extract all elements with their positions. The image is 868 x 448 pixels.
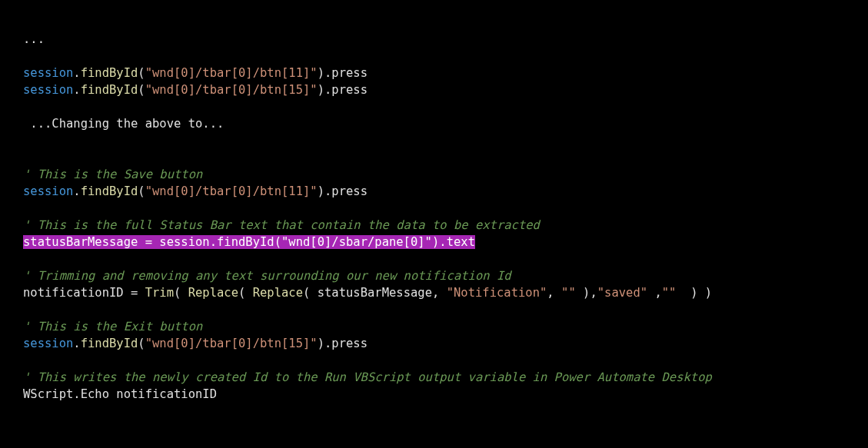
tok-session: session bbox=[159, 235, 209, 249]
tok-rparen: ) bbox=[318, 83, 324, 97]
tok-comma: , bbox=[432, 286, 439, 300]
tok-session: session bbox=[23, 337, 73, 350]
tok-dot: . bbox=[73, 66, 80, 80]
code-line: ' This writes the newly created Id to th… bbox=[23, 370, 712, 384]
code-line: session.findById("wnd[0]/tbar[0]/btn[15]… bbox=[23, 83, 367, 97]
tok-space bbox=[439, 286, 446, 300]
code-line: session.findById("wnd[0]/tbar[0]/btn[11]… bbox=[23, 184, 367, 198]
code-line: ...Changing the above to... bbox=[23, 117, 224, 131]
tok-rparen: ) bbox=[318, 184, 324, 198]
tok-dot: . bbox=[324, 337, 331, 350]
str-notification: "Notification" bbox=[447, 286, 547, 300]
tok-space bbox=[181, 286, 188, 300]
tok-findById: findById bbox=[81, 66, 138, 80]
tok-comma: , bbox=[547, 286, 554, 300]
tok-comma: , bbox=[654, 286, 661, 300]
code-line: ' This is the full Status Bar text that … bbox=[23, 218, 540, 232]
comment-exit: ' This is the Exit button bbox=[23, 320, 202, 334]
comment-save: ' This is the Save button bbox=[23, 168, 202, 181]
tok-session: session bbox=[23, 184, 73, 198]
tok-space bbox=[554, 286, 561, 300]
tok-space bbox=[576, 286, 583, 300]
str-btn11: "wnd[0]/tbar[0]/btn[11]" bbox=[145, 66, 318, 80]
tok-findById: findById bbox=[217, 235, 274, 249]
tok-eq: = bbox=[124, 286, 145, 300]
code-line: ' This is the Save button bbox=[23, 168, 202, 181]
var-statusBarMessage: statusBarMessage bbox=[23, 235, 138, 249]
code-block: ... session.findById("wnd[0]/tbar[0]/btn… bbox=[0, 0, 868, 433]
tok-replace: Replace bbox=[253, 286, 303, 300]
tok-space bbox=[697, 286, 704, 300]
code-line: session.findById("wnd[0]/tbar[0]/btn[15]… bbox=[23, 337, 367, 350]
tok-dot: . bbox=[73, 184, 80, 198]
tok-text: text bbox=[447, 235, 475, 249]
str-empty: "" bbox=[561, 286, 576, 300]
tok-rparen: ) bbox=[318, 337, 324, 350]
tok-findById: findById bbox=[81, 184, 138, 198]
tok-lparen: ( bbox=[303, 286, 310, 300]
tok-press: press bbox=[331, 83, 367, 97]
code-line: ... bbox=[23, 32, 45, 46]
tok-rparen: ) bbox=[583, 286, 590, 300]
tok-comma: , bbox=[590, 286, 597, 300]
tok-lparen: ( bbox=[238, 286, 245, 300]
comment-writes: ' This writes the newly created Id to th… bbox=[23, 370, 712, 384]
tok-space bbox=[676, 286, 683, 300]
code-line: notificationID = Trim( Replace( Replace(… bbox=[23, 286, 712, 300]
tok-press: press bbox=[331, 184, 367, 198]
tok-lparen: ( bbox=[138, 83, 145, 97]
var-statusBarMessage: statusBarMessage bbox=[318, 286, 432, 300]
tok-space bbox=[245, 286, 252, 300]
var-notificationID: notificationID bbox=[116, 387, 217, 401]
wscript-echo: WScript.Echo bbox=[23, 387, 116, 401]
ellipsis: ... bbox=[23, 32, 45, 46]
code-line-highlighted[interactable]: statusBarMessage = session.findById("wnd… bbox=[23, 235, 475, 249]
tok-eq: = bbox=[138, 235, 159, 249]
tok-press: press bbox=[331, 66, 367, 80]
tok-lparen: ( bbox=[138, 184, 145, 198]
tok-findById: findById bbox=[81, 337, 138, 350]
str-saved: "saved" bbox=[597, 286, 647, 300]
tok-dot: . bbox=[73, 337, 80, 350]
tok-replace: Replace bbox=[188, 286, 238, 300]
str-sbar: "wnd[0]/sbar/pane[0]" bbox=[281, 235, 432, 249]
tok-dot: . bbox=[439, 235, 446, 249]
tok-space bbox=[683, 286, 690, 300]
str-empty: "" bbox=[662, 286, 677, 300]
tok-lparen: ( bbox=[274, 235, 281, 249]
tok-press: press bbox=[331, 337, 367, 350]
tok-dot: . bbox=[324, 66, 331, 80]
str-btn11: "wnd[0]/tbar[0]/btn[11]" bbox=[145, 184, 318, 198]
tok-dot: . bbox=[324, 184, 331, 198]
var-notificationID: notificationID bbox=[23, 286, 124, 300]
tok-lparen: ( bbox=[174, 286, 181, 300]
tok-rparen: ) bbox=[705, 286, 712, 300]
tok-rparen: ) bbox=[318, 66, 324, 80]
tok-dot: . bbox=[73, 83, 80, 97]
tok-space bbox=[310, 286, 317, 300]
tok-dot: . bbox=[324, 83, 331, 97]
code-line: session.findById("wnd[0]/tbar[0]/btn[11]… bbox=[23, 66, 367, 80]
comment-statusbar: ' This is the full Status Bar text that … bbox=[23, 218, 540, 232]
tok-dot: . bbox=[210, 235, 217, 249]
code-line: WScript.Echo notificationID bbox=[23, 387, 217, 401]
tok-lparen: ( bbox=[138, 66, 145, 80]
code-line: ' This is the Exit button bbox=[23, 320, 202, 334]
tok-lparen: ( bbox=[138, 337, 145, 350]
tok-session: session bbox=[23, 66, 73, 80]
code-line: ' Trimming and removing any text surroun… bbox=[23, 269, 511, 283]
comment-trimming: ' Trimming and removing any text surroun… bbox=[23, 269, 511, 283]
str-btn15: "wnd[0]/tbar[0]/btn[15]" bbox=[145, 83, 318, 97]
changing-text: ...Changing the above to... bbox=[23, 117, 224, 131]
tok-rparen: ) bbox=[432, 235, 439, 249]
tok-findById: findById bbox=[81, 83, 138, 97]
tok-trim: Trim bbox=[145, 286, 174, 300]
str-btn15: "wnd[0]/tbar[0]/btn[15]" bbox=[145, 337, 318, 350]
tok-session: session bbox=[23, 83, 73, 97]
